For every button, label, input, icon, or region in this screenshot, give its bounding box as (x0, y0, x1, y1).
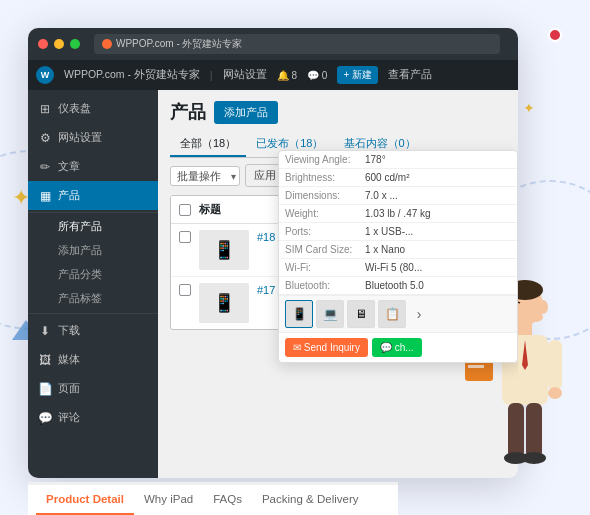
sidebar-label-comments: 评论 (58, 410, 80, 425)
wp-logo[interactable]: W (36, 66, 54, 84)
admin-bar-messages-icon[interactable]: 💬 0 (307, 70, 327, 81)
svg-rect-2 (518, 323, 532, 335)
svg-point-17 (538, 300, 548, 314)
settings-icon: ⚙ (38, 131, 52, 145)
sidebar-item-posts[interactable]: ✏ 文章 (28, 152, 158, 181)
browser-dot-close[interactable] (38, 39, 48, 49)
sidebar-item-dashboard[interactable]: ⊞ 仪表盘 (28, 94, 158, 123)
spec-label: Brightness: (279, 169, 359, 187)
send-inquiry-button[interactable]: ✉ Send Inquiry (285, 338, 368, 357)
tab-all-products[interactable]: 全部（18） (170, 132, 246, 157)
spec-label: Dimensions: (279, 187, 359, 205)
svg-point-15 (522, 452, 546, 464)
spec-value: 1 x USB-... (359, 223, 517, 241)
spec-row: Viewing Angle: 178° (279, 151, 517, 169)
sidebar-label-pages: 页面 (58, 381, 80, 396)
sidebar-subitem-add-product[interactable]: 添加产品 (28, 239, 158, 263)
spec-row: SIM Card Size: 1 x Nano (279, 241, 517, 259)
sidebar-item-media[interactable]: 🖼 媒体 (28, 345, 158, 374)
bottom-tab-why-ipad[interactable]: Why iPad (134, 485, 203, 515)
chat-button[interactable]: 💬 ch... (372, 338, 422, 357)
sidebar-item-products[interactable]: ▦ 产品 (28, 181, 158, 210)
spec-row: Dimensions: 7.0 x ... (279, 187, 517, 205)
sidebar-sublabel-tags: 产品标签 (58, 292, 102, 306)
spec-row: Bluetooth: Bluetooth 5.0 (279, 277, 517, 295)
sidebar-sublabel-all-products: 所有产品 (58, 220, 102, 234)
bottom-tabs-bar: Product Detail Why iPad FAQs Packing & D… (28, 482, 398, 515)
spec-value: 600 cd/m² (359, 169, 517, 187)
comments-icon: 💬 (38, 411, 52, 425)
browser-dot-minimize[interactable] (54, 39, 64, 49)
wp-admin-bar: W WPPOP.com - 外贸建站专家 | 网站设置 🔔 8 💬 0 + 新建… (28, 60, 518, 90)
sidebar-sublabel-add-product: 添加产品 (58, 244, 102, 258)
svg-rect-12 (508, 403, 524, 458)
sidebar-label-posts: 文章 (58, 159, 80, 174)
sidebar-subitem-all-products[interactable]: 所有产品 (28, 215, 158, 239)
sidebar-item-downloads[interactable]: ⬇ 下载 (28, 316, 158, 345)
svg-point-16 (529, 312, 543, 322)
sidebar-item-settings[interactable]: ⚙ 网站设置 (28, 123, 158, 152)
sidebar-divider (28, 212, 158, 213)
product-spec-table: Viewing Angle: 178° Brightness: 600 cd/m… (279, 151, 517, 295)
product-detail-actions: ✉ Send Inquiry 💬 ch... (279, 332, 517, 362)
product-thumb-more[interactable]: › (409, 304, 429, 324)
sidebar-subitem-tags[interactable]: 产品标签 (28, 287, 158, 311)
sidebar-label-settings: 网站设置 (58, 130, 102, 145)
product-thumbnails: 📱 💻 🖥 📋 › (279, 295, 517, 332)
product-thumb-4[interactable]: 📋 (378, 300, 406, 328)
bulk-action-select[interactable]: 批量操作 (170, 166, 240, 186)
browser-dot-maximize[interactable] (70, 39, 80, 49)
svg-point-11 (548, 387, 562, 399)
spec-value: 7.0 x ... (359, 187, 517, 205)
svg-rect-10 (548, 340, 562, 390)
bottom-tab-faqs[interactable]: FAQs (203, 485, 252, 515)
row1-thumbnail: 📱 (199, 230, 249, 270)
page-title: 产品 (170, 100, 206, 124)
svg-rect-9 (468, 365, 484, 368)
admin-bar-site-settings[interactable]: 网站设置 (223, 68, 267, 82)
row2-thumbnail: 📱 (199, 283, 249, 323)
sidebar-item-pages[interactable]: 📄 页面 (28, 374, 158, 403)
sidebar-divider-2 (28, 313, 158, 314)
browser-chrome: WPPOP.com - 外贸建站专家 (28, 28, 518, 60)
spec-label: SIM Card Size: (279, 241, 359, 259)
sidebar-label-media: 媒体 (58, 352, 80, 367)
bulk-action-wrapper: 批量操作 (170, 166, 240, 186)
spec-value: 1 x Nano (359, 241, 517, 259)
notification-dot (548, 28, 562, 42)
admin-bar-new-btn[interactable]: + 新建 (337, 66, 378, 84)
products-icon: ▦ (38, 189, 52, 203)
bottom-tab-packing[interactable]: Packing & Delivery (252, 485, 369, 515)
row1-checkbox[interactable] (179, 231, 191, 243)
browser-favicon (102, 39, 112, 49)
product-thumb-3[interactable]: 🖥 (347, 300, 375, 328)
media-icon: 🖼 (38, 353, 52, 367)
dashboard-icon: ⊞ (38, 102, 52, 116)
add-product-button[interactable]: 添加产品 (214, 101, 278, 124)
svg-rect-13 (526, 403, 542, 458)
product-thumb-2[interactable]: 💻 (316, 300, 344, 328)
row2-checkbox[interactable] (179, 284, 191, 296)
select-all-checkbox[interactable] (179, 204, 191, 216)
admin-bar-view-products[interactable]: 查看产品 (388, 68, 432, 82)
product-thumb-1[interactable]: 📱 (285, 300, 313, 328)
sidebar-item-comments[interactable]: 💬 评论 (28, 403, 158, 432)
product-detail-overlay: Viewing Angle: 178° Brightness: 600 cd/m… (278, 150, 518, 363)
spec-value: Bluetooth 5.0 (359, 277, 517, 295)
browser-url-bar[interactable]: WPPOP.com - 外贸建站专家 (94, 34, 500, 54)
sidebar-label-downloads: 下载 (58, 323, 80, 338)
admin-bar-site-name[interactable]: WPPOP.com - 外贸建站专家 (64, 68, 200, 82)
pages-icon: 📄 (38, 382, 52, 396)
sidebar-label-dashboard: 仪表盘 (58, 101, 91, 116)
spec-label: Viewing Angle: (279, 151, 359, 169)
admin-bar-comments-icon[interactable]: 🔔 8 (277, 70, 297, 81)
spec-label: Weight: (279, 205, 359, 223)
spec-label: Ports: (279, 223, 359, 241)
sidebar-subitem-categories[interactable]: 产品分类 (28, 263, 158, 287)
sidebar-label-products: 产品 (58, 188, 80, 203)
spec-value: 178° (359, 151, 517, 169)
page-title-row: 产品 添加产品 (170, 100, 506, 124)
bottom-tab-product-detail[interactable]: Product Detail (36, 485, 134, 515)
posts-icon: ✏ (38, 160, 52, 174)
spec-row: Ports: 1 x USB-... (279, 223, 517, 241)
